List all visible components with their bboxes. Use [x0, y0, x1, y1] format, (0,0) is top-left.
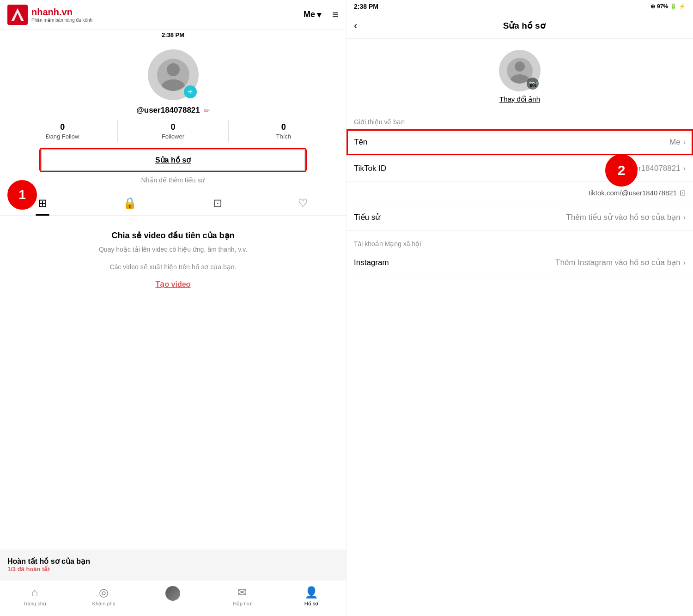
- red-box-name-row: [346, 129, 693, 155]
- content-title: Chia sẻ video đầu tiên của bạn: [111, 230, 234, 241]
- profile-section: + @user184078821 ✏ 0 Đang Follow 0 Follo…: [0, 40, 346, 191]
- bio-label: Tiểu sử: [354, 212, 380, 222]
- name-field-row[interactable]: Tên Me ›: [346, 129, 693, 156]
- me-dropdown[interactable]: Me ▾: [304, 10, 321, 20]
- avatar-placeholder: [157, 59, 189, 91]
- battery-icon: 🔋: [670, 3, 677, 10]
- content-desc-2: Các video sẽ xuất hiện trên hồ sơ của bạ…: [110, 262, 237, 272]
- tab-liked[interactable]: ♡: [291, 195, 316, 211]
- followers-count: 0: [170, 122, 175, 132]
- logo-area: nhanh.vn Phần mềm bán hàng đa kênh: [7, 5, 92, 25]
- heart-icon: ♡: [298, 197, 308, 210]
- nav-explore-label: Khám phá: [92, 601, 116, 606]
- add-avatar-button[interactable]: +: [184, 85, 197, 98]
- avatar-container[interactable]: +: [148, 49, 199, 100]
- nav-home-label: Trang chủ: [23, 601, 46, 607]
- edit-content: 📷 Thay đổi ảnh: [346, 39, 693, 111]
- status-bar-right: 2:38 PM ⊕ 97% 🔋 ⚡: [346, 0, 693, 13]
- annotation-circle-1: 1: [7, 180, 37, 210]
- tiktok-link-text: tiktok.com/@user184078821: [589, 189, 677, 197]
- nhanh-logo-icon: [7, 5, 28, 25]
- annotation-circle-2: 2: [605, 154, 638, 187]
- nav-profile-label: Hồ sơ: [304, 601, 319, 607]
- status-icons-right: ⊕ 97% 🔋 ⚡: [650, 3, 686, 10]
- profile-icon: 👤: [304, 586, 318, 599]
- logo-sub-text: Phần mềm bán hàng đa kênh: [31, 18, 92, 23]
- chevron-right-icon-2: ›: [683, 164, 686, 173]
- chevron-right-icon: ›: [683, 138, 686, 146]
- edit-right-wrap: 📷 Thay đổi ảnh 2 Giới thiệu về bạn Tên M…: [346, 39, 693, 276]
- complete-title: Hoàn tất hồ sơ của bạn: [7, 557, 339, 566]
- edit-profile-button[interactable]: Sửa hồ sơ: [41, 149, 306, 171]
- flash-icon: ⚡: [679, 3, 686, 10]
- following-label: Đang Follow: [46, 133, 79, 140]
- likes-count: 0: [281, 122, 286, 132]
- name-value: Me ›: [669, 138, 686, 147]
- stat-following[interactable]: 0 Đang Follow: [7, 121, 117, 142]
- followers-label: Follower: [162, 133, 184, 140]
- content-area: Chia sẻ video đầu tiên của bạn Quay hoặc…: [0, 216, 346, 305]
- location-icon: ⊕: [650, 3, 655, 10]
- tab-locked[interactable]: 🔒: [116, 195, 144, 211]
- nav-inbox[interactable]: ✉ Hộp thư: [207, 584, 277, 609]
- content-desc-1: Quay hoặc tải lên video có hiệu ứng, âm …: [99, 244, 247, 254]
- nav-home[interactable]: ⌂ Trang chủ: [0, 584, 69, 609]
- bio-field-row[interactable]: Tiểu sử Thêm tiểu sử vào hồ sơ của bạn ›: [346, 204, 693, 231]
- hamburger-icon[interactable]: ≡: [332, 8, 339, 21]
- bottom-nav: ⌂ Trang chủ ◎ Khám phá ✉ Hộp thư 👤 Hồ sơ: [0, 580, 346, 616]
- complete-profile-section[interactable]: Hoàn tất hồ sơ của bạn 1/3 đã hoàn tất: [0, 550, 346, 580]
- bio-hint[interactable]: Nhấn để thêm tiểu sử: [141, 176, 205, 184]
- nav-profile[interactable]: 👤 Hồ sơ: [277, 584, 346, 609]
- copy-icon: ⊡: [680, 188, 686, 197]
- tiktok-id-label: TikTok ID: [354, 164, 386, 173]
- instagram-label: Instagram: [354, 258, 389, 267]
- nav-camera[interactable]: [139, 584, 208, 609]
- username-text: @user184078821: [136, 106, 200, 115]
- time-left: 2:38 PM: [162, 31, 184, 38]
- time-right: 2:38 PM: [354, 3, 378, 10]
- nav-explore[interactable]: ◎ Khám phá: [69, 584, 139, 609]
- name-label: Tên: [354, 138, 367, 147]
- edit-pen-icon[interactable]: ✏: [204, 106, 210, 115]
- camera-nav-avatar: [165, 586, 180, 601]
- home-icon: ⌂: [31, 586, 38, 599]
- bookmark-icon: ⊡: [213, 197, 222, 210]
- complete-sub: 1/3 đã hoàn tất: [7, 566, 339, 573]
- tab-saved[interactable]: ⊡: [206, 195, 230, 211]
- explore-icon: ◎: [99, 586, 109, 599]
- right-panel: 2:38 PM ⊕ 97% 🔋 ⚡ ‹ Sửa hồ sơ 📷 Thay đổi…: [346, 0, 693, 616]
- status-bar-left: 2:38 PM: [0, 30, 346, 40]
- left-panel: nhanh.vn Phần mềm bán hàng đa kênh Me ▾ …: [0, 0, 346, 616]
- nav-inbox-label: Hộp thư: [233, 601, 251, 607]
- top-bar-right: ‹ Sửa hồ sơ: [346, 13, 693, 39]
- stat-likes[interactable]: 0 Thích: [228, 121, 339, 142]
- tiktok-link-row[interactable]: tiktok.com/@user184078821 ⊡: [346, 182, 693, 204]
- chevron-right-icon-3: ›: [683, 213, 686, 222]
- page-title: Sửa hồ sơ: [363, 20, 686, 31]
- stat-followers[interactable]: 0 Follower: [117, 121, 228, 142]
- edit-profile-btn-wrap: Sửa hồ sơ: [41, 149, 306, 171]
- username-row: @user184078821 ✏: [136, 106, 210, 115]
- inbox-icon: ✉: [237, 586, 247, 599]
- tiktok-id-row[interactable]: TikTok ID user184078821 ›: [346, 156, 693, 182]
- chevron-down-icon: ▾: [317, 10, 321, 20]
- following-count: 0: [60, 122, 65, 132]
- stats-row: 0 Đang Follow 0 Follower 0 Thích: [7, 121, 339, 142]
- intro-label: Giới thiệu về bạn: [346, 115, 693, 129]
- instagram-field-row[interactable]: Instagram Thêm Instagram vào hồ sơ của b…: [346, 249, 693, 276]
- tabs-row: ⊞ 🔒 ⊡ ♡: [0, 191, 346, 216]
- change-photo-link[interactable]: Thay đổi ảnh: [499, 95, 540, 103]
- top-bar-controls: Me ▾ ≡: [304, 8, 339, 21]
- grid-icon: ⊞: [38, 197, 47, 210]
- top-bar-left: nhanh.vn Phần mềm bán hàng đa kênh Me ▾ …: [0, 0, 346, 30]
- camera-icon: 📷: [527, 78, 539, 90]
- lock-icon: 🔒: [123, 197, 137, 210]
- create-video-link[interactable]: Tạo video: [156, 280, 191, 289]
- logo-text: nhanh.vn Phần mềm bán hàng đa kênh: [31, 7, 92, 23]
- back-button[interactable]: ‹: [354, 20, 357, 32]
- logo-main-text: nhanh.vn: [31, 7, 92, 18]
- social-section-label: Tài khoản Mạng xã hội: [346, 233, 693, 249]
- bio-value: Thêm tiểu sử vào hồ sơ của bạn ›: [566, 212, 686, 222]
- edit-avatar-container[interactable]: 📷: [499, 50, 541, 91]
- chevron-right-icon-4: ›: [683, 259, 686, 267]
